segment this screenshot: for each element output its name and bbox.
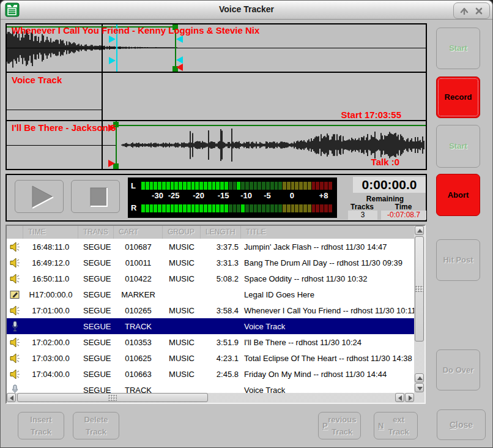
- meter-segment: [179, 204, 182, 212]
- table-row[interactable]: 17:04:00.0SEGUE010663MUSIC2:45.8Friday O…: [7, 366, 414, 382]
- header-length[interactable]: LENGTH: [201, 226, 241, 239]
- talk-start-marker-icon[interactable]: [109, 57, 116, 64]
- track-separator: [7, 72, 426, 73]
- do-over-button[interactable]: Do Over: [436, 349, 480, 390]
- meter-segment: [312, 204, 316, 212]
- scroll-left-button[interactable]: [395, 393, 404, 402]
- arrow-up-icon: [416, 375, 424, 383]
- meter-segment: [258, 204, 261, 212]
- table-row[interactable]: SEGUETRACKVoice Track: [7, 318, 414, 334]
- close-window-icon[interactable]: [474, 6, 484, 16]
- speaker-icon: [7, 305, 23, 316]
- cell-trans: SEGUE: [78, 386, 114, 394]
- table-row[interactable]: SEGUETRACKVoice Track: [7, 382, 414, 393]
- cell-group: MUSIC: [163, 258, 201, 267]
- horizontal-scroll-handle[interactable]: [17, 393, 208, 402]
- meter-segment: [171, 182, 174, 190]
- meter-segment: [270, 204, 274, 212]
- scroll-grip: [108, 395, 117, 401]
- previous-track-button[interactable]: Previous Track: [318, 412, 361, 439]
- speaker-icon: [7, 353, 23, 364]
- meter-segment: [166, 182, 170, 190]
- header-title[interactable]: TITLE: [241, 226, 414, 239]
- cell-length: 3:51.9: [201, 338, 241, 347]
- track2-start-time: Start 17:03:55: [341, 110, 401, 120]
- meter-segment: [299, 182, 303, 190]
- meter-segment: [183, 182, 187, 190]
- hit-post-button[interactable]: Hit Post: [436, 239, 480, 281]
- scroll-left-button[interactable]: [7, 393, 16, 402]
- scroll-down-button[interactable]: [415, 383, 424, 392]
- header-group[interactable]: GROUP: [163, 226, 201, 239]
- titlebar[interactable]: Voice Tracker: [1, 1, 492, 20]
- meter-segment: [216, 204, 220, 212]
- table-row[interactable]: 16:50:11.0SEGUE010422MUSIC5:08.2Space Od…: [7, 271, 414, 286]
- meter-segment: [212, 204, 216, 212]
- header-trans[interactable]: TRANS: [78, 226, 114, 239]
- play-button[interactable]: [15, 180, 64, 213]
- table-row[interactable]: 16:49:12.0SEGUE010011MUSIC3:31.3Bang The…: [7, 255, 414, 271]
- log-body[interactable]: 16:48:11.0SEGUE010687MUSIC3:37.5Jumpin' …: [7, 239, 414, 393]
- cell-time: 17:01:00.0: [23, 306, 78, 315]
- meter-segment: [187, 204, 191, 212]
- meter-segment: [154, 204, 157, 212]
- abort-button[interactable]: Abort: [436, 174, 480, 216]
- table-row[interactable]: 16:48:11.0SEGUE010687MUSIC3:37.5Jumpin' …: [7, 239, 414, 255]
- remaining-tracks-label: Tracks: [344, 203, 380, 211]
- scroll-up-button[interactable]: [415, 226, 424, 235]
- meter-left-label: L: [131, 181, 136, 190]
- table-row[interactable]: 17:02:00.0SEGUE010353MUSIC3:51.9I'll Be …: [7, 334, 414, 350]
- window-controls: [453, 2, 490, 19]
- insert-track-button[interactable]: Insert Track: [18, 412, 64, 439]
- track-display-panel[interactable]: Whenever I Call You Friend - Kenny Loggi…: [6, 23, 427, 170]
- talk-end-marker-icon[interactable]: [176, 35, 183, 43]
- start-track1-button[interactable]: Start: [436, 28, 480, 69]
- cell-group: MUSIC: [163, 274, 201, 283]
- record-button[interactable]: Record: [436, 77, 480, 118]
- meter-segment: [208, 204, 212, 212]
- meter-segment: [320, 182, 324, 190]
- voice-tracker-window: Voice Tracker: [0, 0, 493, 448]
- vertical-scroll-handle[interactable]: [415, 236, 424, 342]
- meter-segment: [262, 182, 265, 190]
- horizontal-scrollbar[interactable]: [7, 393, 414, 403]
- header-time[interactable]: TIME: [23, 226, 78, 239]
- delete-track-button[interactable]: Delete Track: [73, 412, 119, 439]
- meter-segment: [295, 204, 298, 212]
- window-title: Voice Tracker: [1, 4, 492, 14]
- table-row[interactable]: 17:03:00.0SEGUE010625MUSIC4:23.1Total Ec…: [7, 350, 414, 366]
- table-row[interactable]: 17:01:00.0SEGUE010265MUSIC3:58.4Whenever…: [7, 302, 414, 318]
- track1-end-red-marker-icon[interactable]: [176, 64, 183, 71]
- scroll-grip: [415, 286, 424, 292]
- meter-segment: [233, 182, 237, 190]
- meter-segment: [199, 204, 203, 212]
- cell-group: MUSIC: [163, 354, 201, 363]
- cell-title: Friday On My Mind -- rdhost 11/30 14:44: [241, 370, 414, 379]
- mic-icon: [7, 384, 23, 394]
- meter-segment: [212, 182, 216, 190]
- speaker-icon: [7, 337, 23, 348]
- cell-title: Whenever I Call You Friend -- rdhost 11/…: [241, 306, 414, 315]
- next-track-button[interactable]: Next Track: [374, 412, 418, 439]
- cell-time: 17:04:00.0: [23, 370, 78, 379]
- shade-window-icon[interactable]: [459, 6, 469, 16]
- cell-title: Legal ID Goes Here: [241, 290, 414, 299]
- meter-segment: [275, 204, 278, 212]
- close-button[interactable]: Close: [437, 409, 486, 440]
- elapsed-timer: 0:00:00.0: [353, 177, 426, 193]
- table-row[interactable]: H17:00:00.0SEGUEMARKERLegal ID Goes Here: [7, 286, 414, 302]
- scroll-right-button[interactable]: [405, 393, 414, 402]
- cell-cart: TRACK: [114, 322, 163, 331]
- vertical-scrollbar[interactable]: [414, 226, 424, 393]
- header-cart[interactable]: CART: [114, 226, 163, 239]
- start-track3-button[interactable]: Start: [436, 125, 480, 168]
- scroll-up-button[interactable]: [415, 373, 424, 383]
- talk-end-marker-icon[interactable]: [176, 56, 183, 64]
- speaker-icon: [7, 369, 23, 379]
- track3-start-red-marker-icon[interactable]: [108, 160, 115, 167]
- stop-button[interactable]: [71, 180, 120, 213]
- meter-segment: [146, 204, 149, 212]
- talk-start-marker-icon[interactable]: [109, 35, 116, 43]
- meter-segment: [250, 182, 253, 190]
- playback-cursor-line[interactable]: [102, 24, 103, 169]
